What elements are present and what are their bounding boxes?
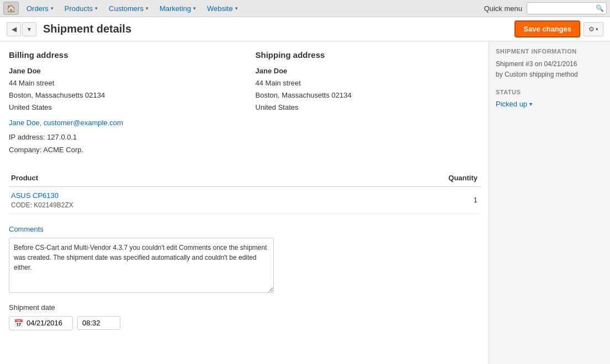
comments-label[interactable]: Comments <box>9 225 480 233</box>
sidebar-info-line2: by Custom shipping method <box>496 71 578 78</box>
product-code: CODE: K02149B2ZX <box>11 201 73 209</box>
nav-dropdown-button[interactable]: ▾ <box>22 22 36 36</box>
shipping-country: United States <box>256 103 299 111</box>
toolbar: ◀ ▾ Shipment details Save changes ⚙ ▾ <box>0 17 610 41</box>
billing-country: United States <box>9 103 52 111</box>
shipping-street: 44 Main street <box>256 79 301 87</box>
nav-products-label: Products <box>65 4 93 13</box>
nav-orders[interactable]: Orders ▾ <box>21 0 59 17</box>
product-cell: ASUS CP6130 CODE: K02149B2ZX <box>9 186 322 213</box>
status-dropdown[interactable]: Picked up ▾ <box>496 100 603 108</box>
search-input[interactable] <box>529 4 596 12</box>
sidebar-status-heading: STATUS <box>496 89 603 95</box>
table-row: ASUS CP6130 CODE: K02149B2ZX 1 <box>9 186 480 213</box>
nav-orders-label: Orders <box>26 4 49 13</box>
sidebar: SHIPMENT INFORMATION Shipment #3 on 04/2… <box>489 41 610 364</box>
back-button[interactable]: ◀ <box>7 22 21 36</box>
save-changes-button[interactable]: Save changes <box>514 20 580 38</box>
date-time-row: 📅 <box>9 316 480 330</box>
billing-street: 44 Main street <box>9 79 54 87</box>
billing-company: Company: ACME Corp. <box>9 146 83 154</box>
date-input[interactable] <box>26 319 68 327</box>
address-row: Billing address Jane Doe 44 Main street … <box>9 50 480 156</box>
status-value: Picked up <box>496 100 527 108</box>
nav-orders-arrow: ▾ <box>51 6 54 11</box>
toolbar-nav: ◀ ▾ <box>7 22 36 36</box>
nav-website-label: Website <box>207 4 233 13</box>
billing-customer-link[interactable]: Jane Doe, customer@example.com <box>9 119 123 127</box>
product-table: Product Quantity ASUS CP6130 CODE: K0214… <box>9 169 480 214</box>
product-col-header: Product <box>9 169 322 187</box>
status-dropdown-arrow: ▾ <box>529 101 532 107</box>
billing-name: Jane Doe <box>9 67 41 75</box>
sidebar-info-line1: Shipment #3 on 04/21/2016 <box>496 60 577 68</box>
shipping-address-block: Shipping address Jane Doe 44 Main street… <box>256 50 480 156</box>
nav-website-arrow: ▾ <box>235 6 238 11</box>
settings-icon: ⚙ <box>588 25 595 33</box>
content-area: Billing address Jane Doe 44 Main street … <box>0 41 489 364</box>
time-input[interactable] <box>82 319 115 327</box>
sidebar-info-heading: SHIPMENT INFORMATION <box>496 48 603 55</box>
nav-customers-label: Customers <box>109 4 144 13</box>
settings-button[interactable]: ⚙ ▾ <box>584 22 603 36</box>
comments-textarea[interactable] <box>9 238 274 293</box>
page-title: Shipment details <box>43 23 514 35</box>
quantity-col-header: Quantity <box>322 169 480 187</box>
nav-products-arrow: ▾ <box>95 6 98 11</box>
settings-dropdown-icon: ▾ <box>596 26 598 32</box>
time-input-wrap[interactable] <box>77 316 120 330</box>
home-button[interactable]: 🏠 <box>3 2 19 15</box>
calendar-icon: 📅 <box>14 319 23 328</box>
shipping-city-state: Boston, Massachusetts 02134 <box>256 91 352 99</box>
sidebar-info-text: Shipment #3 on 04/21/2016 by Custom ship… <box>496 59 603 80</box>
top-nav-right: Quick menu 🔍 <box>484 2 607 14</box>
nav-customers-arrow: ▾ <box>146 6 148 11</box>
nav-website[interactable]: Website ▾ <box>201 0 243 17</box>
shipment-date-label: Shipment date <box>9 303 480 312</box>
top-nav-left: 🏠 Orders ▾ Products ▾ Customers ▾ Market… <box>3 0 484 17</box>
nav-marketing-arrow: ▾ <box>193 6 196 11</box>
main-content: Billing address Jane Doe 44 Main street … <box>0 41 610 364</box>
date-input-wrap[interactable]: 📅 <box>9 316 73 330</box>
search-icon: 🔍 <box>596 4 604 12</box>
nav-products[interactable]: Products ▾ <box>59 0 103 17</box>
billing-address-block: Billing address Jane Doe 44 Main street … <box>9 50 234 156</box>
quick-menu-button[interactable]: Quick menu <box>484 4 522 13</box>
billing-ip: IP address: 127.0.0.1 <box>9 133 77 141</box>
product-name-link[interactable]: ASUS CP6130 <box>11 191 320 200</box>
shipping-address-heading: Shipping address <box>256 50 480 60</box>
shipping-name: Jane Doe <box>256 67 288 75</box>
quantity-cell: 1 <box>322 186 480 213</box>
comments-section: Comments <box>9 225 480 295</box>
nav-dropdown-icon: ▾ <box>28 25 31 33</box>
billing-city-state: Boston, Massachusetts 02134 <box>9 91 105 99</box>
nav-marketing[interactable]: Marketing ▾ <box>154 0 201 17</box>
back-icon: ◀ <box>12 25 17 33</box>
search-box[interactable]: 🔍 <box>527 2 607 14</box>
home-icon: 🏠 <box>7 4 15 13</box>
billing-address-heading: Billing address <box>9 50 234 60</box>
shipment-date-section: Shipment date 📅 <box>9 303 480 330</box>
top-nav: 🏠 Orders ▾ Products ▾ Customers ▾ Market… <box>0 0 610 17</box>
nav-customers[interactable]: Customers ▾ <box>103 0 154 17</box>
nav-marketing-label: Marketing <box>160 4 191 13</box>
